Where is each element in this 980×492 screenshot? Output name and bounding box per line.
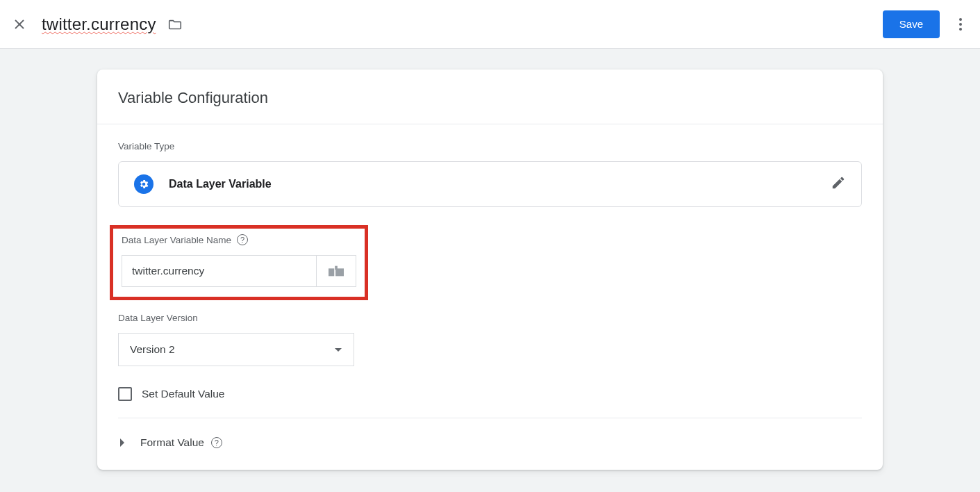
format-value-row[interactable]: Format Value ?	[118, 431, 862, 456]
card-body: Variable Type Data Layer Variable Data L…	[97, 124, 883, 463]
variable-type-label: Variable Type	[118, 141, 862, 151]
name-label-text: Data Layer Variable Name	[122, 235, 231, 245]
svg-rect-4	[335, 266, 338, 270]
gear-icon	[134, 174, 153, 194]
folder-icon[interactable]	[166, 17, 184, 31]
data-layer-version-label: Data Layer Version	[118, 313, 862, 323]
card-title: Variable Configuration	[97, 69, 883, 124]
top-bar: twitter.currency Save	[0, 0, 980, 49]
variable-title[interactable]: twitter.currency	[42, 15, 156, 34]
workspace: Variable Configuration Variable Type Dat…	[0, 49, 980, 491]
caret-down-icon	[334, 343, 342, 356]
variable-type-value: Data Layer Variable	[169, 178, 831, 190]
variable-type-selector[interactable]: Data Layer Variable	[118, 161, 862, 207]
svg-rect-2	[329, 268, 334, 276]
help-icon[interactable]: ?	[211, 437, 222, 448]
version-block: Data Layer Version Version 2	[118, 313, 862, 366]
help-icon[interactable]: ?	[237, 234, 248, 245]
version-value: Version 2	[130, 343, 175, 356]
close-icon[interactable]	[11, 16, 28, 33]
edit-pencil-icon[interactable]	[831, 175, 846, 193]
data-layer-variable-name-label: Data Layer Variable Name ?	[122, 234, 356, 245]
header-actions: Save	[883, 10, 969, 38]
set-default-value-label: Set Default Value	[142, 388, 224, 400]
data-layer-version-select[interactable]: Version 2	[118, 333, 354, 366]
format-value-label: Format Value ?	[140, 436, 222, 449]
data-layer-variable-name-input[interactable]	[122, 255, 316, 287]
name-field-row	[122, 255, 356, 287]
save-button[interactable]: Save	[883, 10, 940, 38]
chevron-right-icon	[118, 438, 126, 448]
highlighted-name-field: Data Layer Variable Name ?	[110, 225, 368, 300]
more-menu-icon[interactable]	[952, 16, 969, 33]
variable-picker-icon[interactable]	[316, 255, 356, 287]
variable-config-card: Variable Configuration Variable Type Dat…	[97, 69, 883, 470]
title-area: twitter.currency	[42, 15, 869, 34]
default-value-row: Set Default Value	[118, 382, 862, 418]
format-value-text: Format Value	[140, 436, 204, 449]
set-default-value-checkbox[interactable]	[118, 387, 132, 401]
